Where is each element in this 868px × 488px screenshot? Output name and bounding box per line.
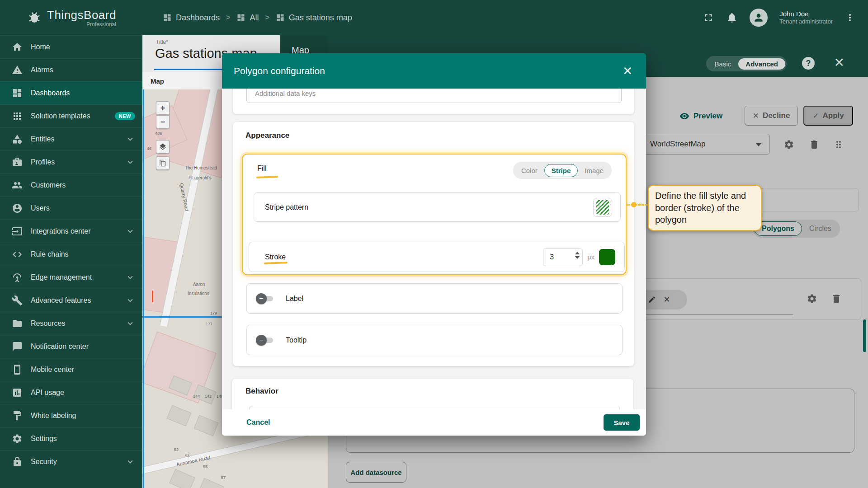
- warning-icon: [12, 65, 23, 75]
- data-keys-card: Additional data keys: [233, 89, 634, 114]
- fill-option-stripe[interactable]: Stripe: [544, 164, 578, 177]
- chat-icon: [12, 341, 23, 352]
- sidebar-item-solution-templates[interactable]: Solution templatesNEW: [0, 104, 142, 127]
- fullscreen-icon[interactable]: [703, 12, 714, 23]
- thingsboard-bug-icon: [26, 9, 42, 26]
- fill-option-image[interactable]: Image: [578, 164, 610, 177]
- sidebar-item-label: Rule chains: [31, 250, 69, 258]
- app-logo[interactable]: ThingsBoard Professional: [0, 8, 142, 28]
- header-actions: John Doe Tenant administrator: [703, 9, 868, 27]
- help-icon[interactable]: ?: [802, 57, 815, 70]
- behavior-heading: Behavior: [245, 387, 278, 396]
- dialog-title: Polygon configuration: [234, 66, 325, 76]
- new-badge: NEW: [115, 112, 135, 120]
- sidebar-item-label: Advanced features: [31, 296, 91, 305]
- stripe-pattern-preview: [596, 200, 609, 215]
- stroke-row: Stroke px: [249, 242, 625, 272]
- chevron-down-icon: [125, 134, 135, 144]
- app-header: ThingsBoard Professional Dashboards>All>…: [0, 0, 868, 35]
- sidebar-item-customers[interactable]: Customers: [0, 174, 142, 197]
- label-toggle[interactable]: −: [256, 293, 275, 304]
- sidebar-item-label: Profiles: [31, 158, 55, 166]
- dashboards-icon: [163, 13, 172, 22]
- sidebar-item-dashboards[interactable]: Dashboards: [0, 81, 142, 104]
- sidebar-item-label: Alarms: [31, 66, 53, 74]
- breadcrumb-label: All: [250, 13, 259, 23]
- breadcrumb-separator-icon: >: [226, 14, 230, 22]
- sidebar-item-edge-management[interactable]: Edge management: [0, 266, 142, 289]
- sidebar-item-integrations-center[interactable]: Integrations center: [0, 220, 142, 243]
- person-icon: [753, 12, 764, 23]
- breadcrumb: Dashboards>All>Gas stations map: [163, 13, 352, 23]
- sidebar-item-label: Users: [31, 204, 50, 212]
- sidebar-item-label: Solution templates: [31, 112, 90, 120]
- label-row-label: Label: [286, 295, 303, 303]
- sidebar-item-api-usage[interactable]: API usage: [0, 381, 142, 404]
- notifications-bell-icon[interactable]: [726, 12, 738, 23]
- mode-option-advanced[interactable]: Advanced: [738, 58, 785, 70]
- sidebar-item-entities[interactable]: Entities: [0, 127, 142, 150]
- behavior-field[interactable]: [249, 406, 620, 409]
- dialog-footer: Cancel Save: [222, 409, 646, 436]
- user-avatar[interactable]: [750, 9, 768, 27]
- additional-data-keys-label: Additional data keys: [255, 89, 316, 97]
- stripe-pattern-swatch[interactable]: [593, 198, 612, 217]
- stroke-unit-label: px: [587, 253, 594, 261]
- sidebar-item-resources[interactable]: Resources: [0, 312, 142, 335]
- user-role: Tenant administrator: [779, 18, 833, 25]
- sidebar-item-advanced-features[interactable]: Advanced features: [0, 289, 142, 312]
- tooltip-toggle[interactable]: −: [256, 335, 275, 346]
- sidebar-item-security[interactable]: Security: [0, 450, 142, 473]
- sidebar-item-white-labeling[interactable]: White labeling: [0, 404, 142, 427]
- sidebar-item-label: Home: [31, 43, 50, 51]
- stroke-width-input[interactable]: [543, 249, 571, 266]
- paint-icon: [12, 410, 23, 421]
- chevron-down-icon: [125, 457, 135, 467]
- sidebar-item-label: Entities: [31, 135, 54, 143]
- stroke-color-swatch[interactable]: [599, 249, 615, 265]
- fill-option-color[interactable]: Color: [514, 164, 544, 177]
- sidebar-item-mobile-center[interactable]: Mobile center: [0, 358, 142, 381]
- cancel-button[interactable]: Cancel: [246, 418, 270, 427]
- additional-data-keys-field[interactable]: Additional data keys: [246, 89, 622, 103]
- mode-option-basic[interactable]: Basic: [708, 58, 739, 70]
- dialog-body: Additional data keys Appearance Fill Col…: [222, 89, 646, 409]
- sidebar-item-home[interactable]: Home: [0, 35, 142, 58]
- sidebar-item-notification-center[interactable]: Notification center: [0, 335, 142, 358]
- breadcrumb-separator-icon: >: [265, 14, 269, 22]
- sidebar-item-profiles[interactable]: Profiles: [0, 150, 142, 174]
- tour-connector-line: [627, 204, 648, 206]
- category-icon: [12, 134, 23, 145]
- stripe-pattern-label: Stripe pattern: [265, 203, 308, 211]
- stroke-underline-marker: [264, 262, 288, 264]
- sidebar-item-settings[interactable]: Settings: [0, 427, 142, 450]
- sidebar-item-label: White labeling: [31, 412, 76, 420]
- user-info[interactable]: John Doe Tenant administrator: [779, 10, 833, 26]
- dialog-close-icon[interactable]: ✕: [618, 61, 637, 81]
- tools-icon: [12, 295, 23, 306]
- stepper-down-icon[interactable]: [575, 256, 580, 259]
- stepper-up-icon[interactable]: [575, 252, 580, 254]
- appearance-heading: Appearance: [245, 131, 289, 140]
- tour-connector-dot: [631, 202, 637, 207]
- sidebar-item-rule-chains[interactable]: Rule chains: [0, 243, 142, 266]
- sidebar-item-label: Settings: [31, 435, 57, 443]
- save-button[interactable]: Save: [604, 414, 640, 431]
- toggle-thumb: −: [256, 335, 267, 346]
- dashboards-icon: [276, 13, 285, 22]
- user-name: John Doe: [779, 10, 833, 19]
- sidebar-item-label: Edge management: [31, 273, 92, 282]
- folder-icon: [12, 318, 23, 329]
- sidebar-item-users[interactable]: Users: [0, 197, 142, 220]
- stripe-pattern-row[interactable]: Stripe pattern: [254, 192, 621, 222]
- breadcrumb-item[interactable]: Gas stations map: [276, 13, 352, 23]
- more-vert-icon[interactable]: [844, 12, 855, 23]
- stroke-width-stepper[interactable]: [543, 248, 583, 266]
- widget-edit-close-icon[interactable]: ✕: [834, 55, 844, 70]
- stepper-arrows[interactable]: [575, 252, 580, 259]
- fill-label: Fill: [257, 164, 266, 173]
- breadcrumb-item[interactable]: Dashboards: [163, 13, 220, 23]
- breadcrumb-item[interactable]: All: [236, 13, 259, 23]
- sidebar-item-alarms[interactable]: Alarms: [0, 58, 142, 81]
- chevron-down-icon: [125, 272, 135, 282]
